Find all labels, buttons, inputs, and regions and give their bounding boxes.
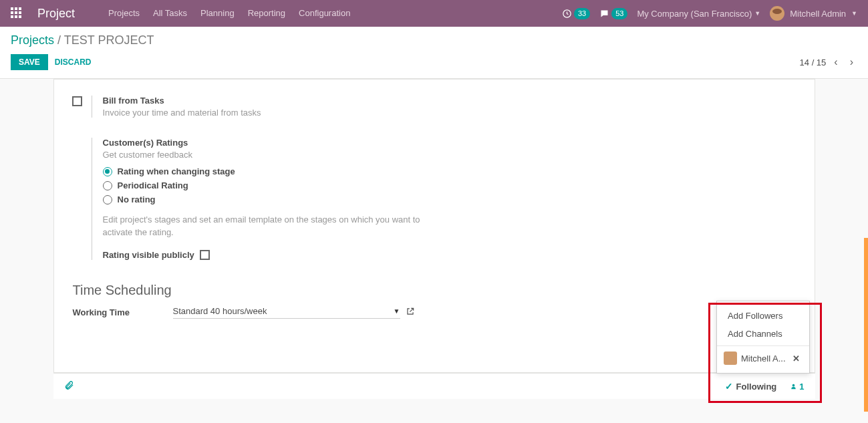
rating-public-label: Rating visible publicly <box>103 250 194 260</box>
radio-no-rating-label: No rating <box>118 194 156 204</box>
caret-down-icon: ▼ <box>754 10 760 17</box>
messaging-indicator[interactable]: 53 <box>599 8 627 19</box>
radio-no-rating[interactable] <box>103 195 112 204</box>
pager: 14 / 15 ‹ › <box>800 55 857 69</box>
breadcrumb-separator: / <box>57 33 64 47</box>
clock-icon <box>562 9 572 19</box>
message-count: 53 <box>611 8 627 19</box>
add-channels-item[interactable]: Add Channels <box>717 325 809 343</box>
add-followers-item[interactable]: Add Followers <box>717 307 809 325</box>
discard-button[interactable]: DISCARD <box>48 54 98 70</box>
nav-item-projects[interactable]: Projects <box>102 0 146 27</box>
scrollbar-indicator[interactable] <box>864 238 868 412</box>
following-toggle[interactable]: ✓ Following <box>725 381 777 392</box>
ratings-note: Edit project's stages and set an email t… <box>103 214 424 239</box>
working-time-value: Standard 40 hours/week <box>173 306 267 316</box>
setting-bill-from-tasks: Bill from Tasks Invoice your time and ma… <box>92 96 796 118</box>
breadcrumb: Projects / TEST PROJECT <box>11 33 857 47</box>
form-sheet: Bill from Tasks Invoice your time and ma… <box>53 79 815 373</box>
radio-rating-stage-label: Rating when changing stage <box>118 166 235 176</box>
attachment-icon[interactable] <box>64 380 74 392</box>
chatter-bar: Add Followers Add Channels Mitchell A...… <box>53 373 815 399</box>
menu-separator <box>717 345 809 346</box>
radio-periodical-label: Periodical Rating <box>118 180 188 190</box>
bill-from-tasks-checkbox[interactable] <box>72 96 82 106</box>
caret-down-icon: ▼ <box>394 307 400 315</box>
bill-title: Bill from Tasks <box>103 96 261 106</box>
follower-name: Mitchell A... <box>741 354 785 364</box>
avatar <box>724 351 737 365</box>
followers-popover: Add Followers Add Channels Mitchell A...… <box>716 301 809 374</box>
section-time-scheduling: Time Scheduling <box>73 283 796 298</box>
rating-public-checkbox[interactable] <box>200 250 210 260</box>
nav-item-reporting[interactable]: Reporting <box>241 0 292 27</box>
save-button[interactable]: SAVE <box>11 54 48 70</box>
app-brand[interactable]: Project <box>37 7 75 21</box>
bill-desc: Invoice your time and material from task… <box>103 108 261 118</box>
ratings-desc: Get customer feedback <box>103 150 424 160</box>
caret-down-icon: ▼ <box>851 10 857 17</box>
apps-icon[interactable] <box>11 7 23 19</box>
user-menu[interactable]: Mitchell Admin ▼ <box>770 6 857 21</box>
pager-next-icon[interactable]: › <box>846 55 857 69</box>
follower-count-button[interactable]: 1 <box>790 382 804 392</box>
follower-row[interactable]: Mitchell A... ✕ <box>717 349 809 368</box>
nav-item-planning[interactable]: Planning <box>194 0 241 27</box>
setting-customer-ratings: Customer(s) Ratings Get customer feedbac… <box>92 138 796 260</box>
following-label: Following <box>736 382 777 392</box>
speech-icon <box>599 9 609 19</box>
nav-item-configuration[interactable]: Configuration <box>292 0 357 27</box>
radio-rating-stage[interactable] <box>103 167 112 176</box>
activity-indicator[interactable]: 33 <box>562 8 590 19</box>
user-name: Mitchell Admin <box>790 9 846 19</box>
main-navbar: Project Projects All Tasks Planning Repo… <box>0 0 868 27</box>
company-switcher[interactable]: My Company (San Francisco) ▼ <box>637 9 760 19</box>
remove-follower-icon[interactable]: ✕ <box>790 354 803 364</box>
breadcrumb-current: TEST PROJECT <box>64 33 154 47</box>
avatar <box>770 6 784 21</box>
working-time-label: Working Time <box>73 307 173 317</box>
ratings-title: Customer(s) Ratings <box>103 138 424 148</box>
control-panel: Projects / TEST PROJECT SAVE DISCARD 14 … <box>0 27 868 79</box>
activity-count: 33 <box>574 8 590 19</box>
working-time-select[interactable]: Standard 40 hours/week ▼ <box>173 306 400 319</box>
nav-item-all-tasks[interactable]: All Tasks <box>146 0 194 27</box>
company-name: My Company (San Francisco) <box>637 9 752 19</box>
nav-menu: Projects All Tasks Planning Reporting Co… <box>102 0 357 27</box>
external-link-icon[interactable] <box>406 307 415 318</box>
breadcrumb-root[interactable]: Projects <box>11 33 54 47</box>
check-icon: ✓ <box>725 381 733 392</box>
field-working-time: Working Time Standard 40 hours/week ▼ <box>73 306 796 319</box>
follower-count: 1 <box>799 382 804 392</box>
pager-text[interactable]: 14 / 15 <box>800 57 827 67</box>
pager-prev-icon[interactable]: ‹ <box>830 55 841 69</box>
radio-periodical[interactable] <box>103 181 112 190</box>
person-icon <box>790 383 797 390</box>
